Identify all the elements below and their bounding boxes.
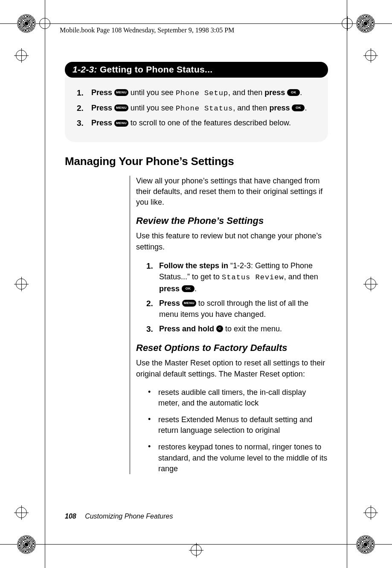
menu-key-icon: MENU [182,300,196,307]
list-item: resets Extended Menus to default setting… [146,414,328,436]
registration-cross-icon [14,505,29,520]
step-number: 2. [146,298,159,310]
subsection-heading: Reset Options to Factory Defaults [136,342,328,354]
document-page: Mobile.book Page 108 Wednesday, Septembe… [0,0,392,568]
step-number: 1. [77,87,91,99]
menu-key-icon: MENU [114,104,128,111]
step-number: 1. [146,260,159,272]
registration-cross-icon [38,16,52,31]
page-slug-text: Mobile.book Page 108 Wednesday, Septembe… [60,26,234,34]
subsection-intro: Use this feature to review but not chang… [136,231,328,252]
review-steps: 1. Follow the steps in “1-2-3: Getting t… [136,260,328,335]
menu-key-icon: MENU [114,89,128,96]
registration-starburst-icon [17,535,36,554]
registration-cross-icon [363,277,378,291]
page-footer: 108 Customizing Phone Features [65,513,173,520]
registration-cross-icon [363,48,378,63]
list-item: restores keypad tones to normal, ringer … [146,442,328,474]
step-text: Press MENU to scroll through the list of… [159,298,328,320]
procedure-step: 3. Press MENU to scroll to one of the fe… [77,117,316,129]
page-content: 1-2-3: Getting to Phone Status... 1. Pre… [65,62,328,480]
registration-cross-icon [14,48,29,63]
step-text: Press and hold C to exit the menu. [159,323,282,334]
ok-key-icon: OK [182,285,195,292]
procedure-banner: 1-2-3: Getting to Phone Status... [65,62,328,78]
step-number: 2. [77,102,91,114]
section-body: View all your phone’s settings that have… [130,176,328,474]
registration-starburst-icon [356,535,375,554]
reset-bullet-list: resets audible call timers, the in-call … [136,387,328,474]
registration-starburst-icon [17,14,36,33]
subsection-heading: Review the Phone’s Settings [136,215,328,226]
step-text: Press MENU until you see Phone Status, a… [91,102,307,114]
review-step: 3. Press and hold C to exit the menu. [146,323,328,335]
procedure-steps: 1. Press MENU until you see Phone Setup,… [77,87,316,129]
intro-paragraph: View all your phone’s settings that have… [136,176,328,208]
ok-key-icon: OK [287,89,300,96]
banner-prefix: 1-2-3: [73,64,97,74]
registration-cross-icon [189,543,203,557]
footer-title: Customizing Phone Features [85,513,173,520]
section-heading: Managing Your Phone’s Settings [65,155,328,168]
registration-cross-icon [363,505,378,520]
crop-line-left [45,0,45,568]
step-number: 3. [77,117,91,129]
list-item: resets audible call timers, the in-call … [146,387,328,409]
c-key-icon: C [216,325,223,332]
procedure-step: 1. Press MENU until you see Phone Setup,… [77,87,316,99]
procedure-steps-box: 1. Press MENU until you see Phone Setup,… [65,78,328,142]
registration-cross-icon [340,16,354,31]
page-slug: Mobile.book Page 108 Wednesday, Septembe… [60,23,332,40]
step-text: Press MENU to scroll to one of the featu… [91,117,291,128]
registration-cross-icon [14,277,29,291]
subsection-intro: Use the Master Reset option to reset all… [136,358,328,379]
review-step: 1. Follow the steps in “1-2-3: Getting t… [146,260,328,294]
ok-key-icon: OK [292,104,305,111]
page-number: 108 [65,513,76,520]
registration-starburst-icon [356,14,375,33]
review-steps-list: 1. Follow the steps in “1-2-3: Getting t… [146,260,328,335]
menu-key-icon: MENU [114,120,128,127]
step-text: Press MENU until you see Phone Setup, an… [91,87,302,99]
step-number: 3. [146,323,159,335]
step-text: Follow the steps in “1-2-3: Getting to P… [159,260,328,294]
crop-line-right [347,0,347,568]
banner-title: Getting to Phone Status... [97,64,213,74]
procedure-step: 2. Press MENU until you see Phone Status… [77,102,316,114]
review-step: 2. Press MENU to scroll through the list… [146,298,328,320]
